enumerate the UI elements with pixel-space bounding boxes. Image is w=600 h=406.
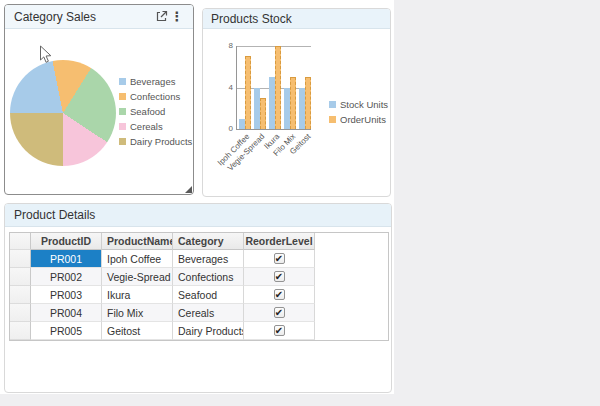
product-details-title: Product Details [14, 208, 95, 222]
legend-label: Dairy Products [130, 136, 192, 147]
legend-label: Seafood [130, 106, 165, 117]
cell-productid-pr002[interactable]: PR002 [31, 268, 102, 286]
column-header-reorderlevel[interactable]: ReorderLevel [244, 233, 315, 250]
legend-item-cereals: Cereals [119, 121, 192, 131]
row-filler [315, 250, 388, 268]
row-filler [315, 322, 388, 340]
cell-productname-pr004[interactable]: Filo Mix [102, 304, 173, 322]
x-axis-line [236, 129, 311, 130]
table-row-pr005[interactable]: PR005GeitostDairy Products✔ [10, 322, 388, 340]
column-header-productname[interactable]: ProductName [102, 233, 173, 250]
legend-swatch [119, 108, 126, 115]
cell-productname-pr005[interactable]: Geitost [102, 322, 173, 340]
legend-swatch [119, 138, 126, 145]
legend-label: OrderUnits [340, 114, 386, 125]
reorder-checkbox[interactable]: ✔ [274, 253, 285, 264]
product-table: ProductIDProductNameCategoryReorderLevel… [9, 232, 389, 341]
bar-orderunits-filo-mix[interactable] [290, 77, 296, 129]
y-axis-line [236, 46, 237, 129]
cell-productname-pr002[interactable]: Vegie-Spread [102, 268, 173, 286]
cell-category-pr001[interactable]: Beverages [173, 250, 244, 268]
table-header-row: ProductIDProductNameCategoryReorderLevel [10, 233, 388, 250]
category-sales-title: Category Sales [14, 10, 96, 24]
row-filler [315, 304, 388, 322]
row-filler [315, 268, 388, 286]
bar-orderunits-ipoh-coffee[interactable] [245, 56, 251, 129]
pie-chart[interactable] [10, 60, 116, 166]
cell-productid-pr001[interactable]: PR001 [31, 250, 102, 268]
open-in-new-window-icon[interactable] [153, 9, 169, 25]
select-all-cell[interactable] [10, 233, 31, 250]
legend-swatch [119, 93, 126, 100]
y-axis-tick: 8 [203, 41, 233, 51]
legend-swatch [329, 116, 336, 123]
cell-productname-pr003[interactable]: Ikura [102, 286, 173, 304]
legend-swatch [119, 78, 126, 85]
cell-productid-pr003[interactable]: PR003 [31, 286, 102, 304]
overflow-menu-icon[interactable]: ⋮ [169, 9, 185, 25]
resize-grip-icon[interactable] [185, 186, 192, 193]
row-filler [315, 286, 388, 304]
reorder-checkbox[interactable]: ✔ [274, 325, 285, 336]
bar-orderunits-geitost[interactable] [305, 77, 311, 129]
cell-reorderlevel-pr005[interactable]: ✔ [244, 322, 315, 340]
legend-item-dairy-products: Dairy Products [119, 136, 192, 146]
table-row-pr003[interactable]: PR003IkuraSeafood✔ [10, 286, 388, 304]
row-selector[interactable] [10, 304, 31, 322]
panel-products-stock: Products Stock 048Ipoh CoffeeVegie-Sprea… [202, 8, 391, 197]
header-filler [315, 233, 388, 250]
legend-item-stock-units: Stock Units [329, 99, 388, 109]
legend-item-seafood: Seafood [119, 106, 192, 116]
row-selector[interactable] [10, 286, 31, 304]
legend-label: Confections [130, 91, 180, 102]
legend-item-beverages: Beverages [119, 76, 192, 86]
legend-swatch [329, 101, 336, 108]
column-header-category[interactable]: Category [173, 233, 244, 250]
cell-category-pr004[interactable]: Cereals [173, 304, 244, 322]
cell-productid-pr004[interactable]: PR004 [31, 304, 102, 322]
panel-product-details: Product Details ProductIDProductNameCate… [4, 203, 392, 393]
y-axis-tick: 4 [203, 83, 233, 93]
cell-reorderlevel-pr004[interactable]: ✔ [244, 304, 315, 322]
cell-reorderlevel-pr003[interactable]: ✔ [244, 286, 315, 304]
table-row-pr002[interactable]: PR002Vegie-SpreadConfections✔ [10, 268, 388, 286]
mouse-cursor-icon [39, 45, 53, 65]
column-header-productid[interactable]: ProductID [31, 233, 102, 250]
pie-legend: BeveragesConfectionsSeafoodCerealsDairy … [119, 76, 192, 151]
legend-label: Stock Units [340, 99, 388, 110]
y-axis-tick: 0 [203, 124, 233, 134]
gridline [236, 46, 311, 47]
row-selector[interactable] [10, 250, 31, 268]
cell-category-pr005[interactable]: Dairy Products [173, 322, 244, 340]
cell-reorderlevel-pr002[interactable]: ✔ [244, 268, 315, 286]
bar-orderunits-vegie-spread[interactable] [260, 98, 266, 129]
product-details-header: Product Details [5, 204, 391, 227]
cell-productname-pr001[interactable]: Ipoh Coffee [102, 250, 173, 268]
row-selector[interactable] [10, 268, 31, 286]
table-row-pr001[interactable]: PR001Ipoh CoffeeBeverages✔ [10, 250, 388, 268]
legend-item-confections: Confections [119, 91, 192, 101]
reorder-checkbox[interactable]: ✔ [274, 271, 285, 282]
panel-category-sales: Category Sales ⋮ BeveragesConfectionsSea… [4, 4, 194, 195]
legend-label: Beverages [130, 76, 175, 87]
category-sales-header: Category Sales ⋮ [5, 5, 193, 29]
cell-category-pr002[interactable]: Confections [173, 268, 244, 286]
legend-swatch [119, 123, 126, 130]
bar-orderunits-ikura[interactable] [275, 46, 281, 129]
cell-reorderlevel-pr001[interactable]: ✔ [244, 250, 315, 268]
cell-category-pr003[interactable]: Seafood [173, 286, 244, 304]
row-selector[interactable] [10, 322, 31, 340]
cell-productid-pr005[interactable]: PR005 [31, 322, 102, 340]
bar-legend: Stock UnitsOrderUnits [329, 99, 388, 129]
reorder-checkbox[interactable]: ✔ [274, 289, 285, 300]
table-row-pr004[interactable]: PR004Filo MixCereals✔ [10, 304, 388, 322]
legend-item-orderunits: OrderUnits [329, 114, 388, 124]
legend-label: Cereals [130, 121, 163, 132]
reorder-checkbox[interactable]: ✔ [274, 307, 285, 318]
